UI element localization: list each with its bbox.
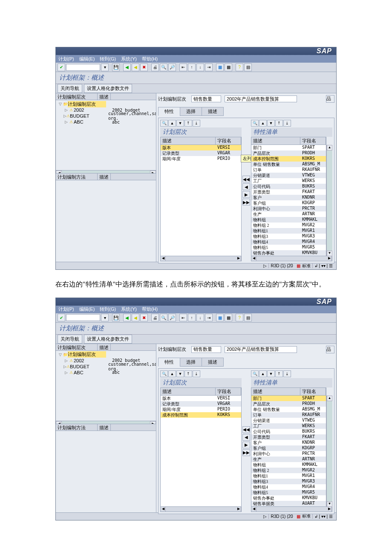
list-item[interactable]: 单位 销售数量ABSMG_M xyxy=(251,407,326,412)
down-icon[interactable]: ▼ xyxy=(176,370,184,377)
personalize-button[interactable]: 设置人格化参数文件 xyxy=(84,84,132,93)
enter-icon[interactable]: ✔ xyxy=(58,64,65,71)
right-vscroll[interactable]: ▲▼ xyxy=(326,396,332,507)
right-list-hscroll[interactable]: ◀▶ xyxy=(251,507,332,512)
create-session-icon[interactable]: ▦ xyxy=(216,314,224,321)
personalize-button[interactable]: 设置人格化参数文件 xyxy=(84,335,132,344)
list-item[interactable]: 物料组KMMAKL xyxy=(251,462,326,468)
menu-system[interactable]: 系统(Y) xyxy=(121,306,137,312)
prev-page-icon[interactable]: ↑ xyxy=(188,314,196,321)
list-item[interactable]: 物料组5MVGR5 xyxy=(251,490,326,495)
list-item[interactable]: 客户KNDNR xyxy=(251,440,326,445)
find-next-icon[interactable]: 🔎 xyxy=(168,314,176,321)
find-next-icon[interactable]: 🔎 xyxy=(168,64,176,71)
up-icon[interactable]: ▲ xyxy=(259,120,267,127)
list-item[interactable]: 分销渠道VTWEG xyxy=(251,418,326,423)
help-icon[interactable]: ? xyxy=(236,64,243,71)
menu-help[interactable]: 帮助(H) xyxy=(142,306,158,312)
add-all-button[interactable]: ◀◀ xyxy=(242,426,250,433)
list-item[interactable]: 工厂WERKS xyxy=(251,423,326,429)
list-item[interactable]: 公司代码BUKRS xyxy=(251,184,326,189)
sb-nav-icon[interactable]: ▷ xyxy=(263,514,267,519)
add-all-button[interactable]: ◀◀ xyxy=(242,176,250,182)
find-icon[interactable]: 🔍 xyxy=(251,370,259,377)
left-list-hscroll[interactable]: ◀▶ xyxy=(160,256,242,261)
right-list-hscroll[interactable]: ◀▶ xyxy=(251,256,332,261)
menu-plan[interactable]: 计划(P) xyxy=(58,306,74,312)
list-item[interactable]: 物料组KMMAKL xyxy=(251,217,326,223)
tab-desc[interactable]: 描述 xyxy=(202,107,224,116)
hierarchy-icon[interactable]: 品 xyxy=(326,95,334,103)
tree-root[interactable]: ▽📁计划编制层次 xyxy=(57,101,155,107)
list-item[interactable]: 利润中心PRCTR xyxy=(251,451,326,457)
list-item[interactable]: 生产ARTNR xyxy=(251,211,326,217)
list-item[interactable]: 成本控制范围KOKRS xyxy=(161,412,241,418)
list-item[interactable]: 产品层次PRODH xyxy=(251,150,326,156)
top-icon[interactable]: ⤒ xyxy=(184,120,192,127)
first-page-icon[interactable]: ⇤ xyxy=(179,314,187,321)
list-item[interactable]: 客户KNDNR xyxy=(251,195,326,200)
down-icon[interactable]: ▼ xyxy=(176,120,184,127)
close-nav-button[interactable]: 关闭导航 xyxy=(58,84,82,93)
shortcut-icon[interactable]: ▦ xyxy=(225,64,232,71)
list-item[interactable]: 物料组4MVGR4 xyxy=(251,484,326,490)
list-item[interactable]: 记录类型VRGAR xyxy=(161,401,241,407)
tree-item[interactable]: ▷⚠ABCabc xyxy=(57,370,155,376)
shortcut-icon[interactable]: ▦ xyxy=(225,314,232,321)
list-item[interactable]: 物料组3MVGR3 xyxy=(251,479,326,484)
remove-all-button[interactable]: ▶▶ xyxy=(242,199,250,205)
layout-icon[interactable]: ▤ xyxy=(244,314,252,321)
list-item[interactable]: 单位 销售数量ABSMG_M xyxy=(251,162,326,167)
next-page-icon[interactable]: ↓ xyxy=(196,314,204,321)
close-nav-button[interactable]: 关闭导航 xyxy=(58,335,82,344)
list-item[interactable]: 部门SPART xyxy=(251,396,326,401)
list-item[interactable]: 生产ARTNR xyxy=(251,457,326,462)
tree-hscroll[interactable]: ◀▶ xyxy=(56,170,156,173)
list-item[interactable]: 记录类型VRGAR xyxy=(161,150,241,156)
bottom-icon[interactable]: ⤓ xyxy=(193,370,200,377)
prev-page-icon[interactable]: ↑ xyxy=(188,64,196,71)
list-item[interactable]: 物料组5MVGR5 xyxy=(251,245,326,250)
find-icon[interactable]: 🔍 xyxy=(251,120,259,127)
top-icon[interactable]: ⤒ xyxy=(275,370,283,377)
list-item[interactable]: 客户组KDGRP xyxy=(251,200,326,206)
list-item[interactable]: 销售单据类AUART xyxy=(251,501,326,506)
next-page-icon[interactable]: ↓ xyxy=(196,64,204,71)
exit-icon[interactable]: ◀ xyxy=(132,314,139,321)
list-item[interactable]: 订单RKAUFNR xyxy=(251,412,326,418)
menu-goto[interactable]: 转到(G) xyxy=(100,306,116,312)
list-item[interactable]: 版本VERSI xyxy=(161,145,241,150)
list-item[interactable]: 期间/年度PERIO xyxy=(161,407,241,412)
find-icon[interactable]: 🔍 xyxy=(160,120,168,127)
menu-plan[interactable]: 计划(P) xyxy=(58,56,74,62)
print-icon[interactable]: 🖨 xyxy=(151,64,159,71)
right-vscroll[interactable]: ▲▼ xyxy=(326,145,332,256)
tree-hscroll[interactable]: ◀▶ xyxy=(56,421,156,424)
list-item[interactable]: 物料组1MVGR1 xyxy=(251,473,326,479)
menu-system[interactable]: 系统(Y) xyxy=(121,56,137,62)
tab-char[interactable]: 特性 xyxy=(158,107,180,116)
down-icon[interactable]: ▼ xyxy=(267,370,275,377)
tree-item[interactable]: ▷⚠BUDGETcustomer,channel,sales org. xyxy=(57,113,155,119)
layout-icon[interactable]: ▤ xyxy=(244,64,252,71)
list-item[interactable]: 客户组KDGRP xyxy=(251,445,326,451)
bottom-icon[interactable]: ⤓ xyxy=(193,120,200,127)
hierarchy-icon[interactable]: 品 xyxy=(326,346,334,353)
list-item[interactable]: 工厂WERKS xyxy=(251,178,326,184)
menu-help[interactable]: 帮助(H) xyxy=(142,56,158,62)
tree-root[interactable]: ▽📁计划编制层次 xyxy=(57,352,155,358)
print-icon[interactable]: 🖨 xyxy=(151,314,159,321)
tab-char[interactable]: 特性 xyxy=(158,358,180,367)
top-icon[interactable]: ⤒ xyxy=(184,370,192,377)
list-item[interactable]: 销售办事处KMVKBU xyxy=(251,495,326,501)
up-icon[interactable]: ▲ xyxy=(259,370,267,377)
list-item[interactable]: 物料组 2MVGR2 xyxy=(251,223,326,228)
tree-item[interactable]: ▷⚠BUDGETcustomer,channel,sales org. xyxy=(57,364,155,370)
dropdown-icon[interactable]: ▾ xyxy=(101,314,109,321)
list-item[interactable]: 物料组3MVGR3 xyxy=(251,234,326,239)
up-icon[interactable]: ▲ xyxy=(168,370,176,377)
remove-all-button[interactable]: ▶▶ xyxy=(242,449,250,456)
list-item[interactable]: 期间/年度PERIO xyxy=(161,156,241,162)
first-page-icon[interactable]: ⇤ xyxy=(179,64,187,71)
cancel-icon[interactable]: ✖ xyxy=(140,314,148,321)
